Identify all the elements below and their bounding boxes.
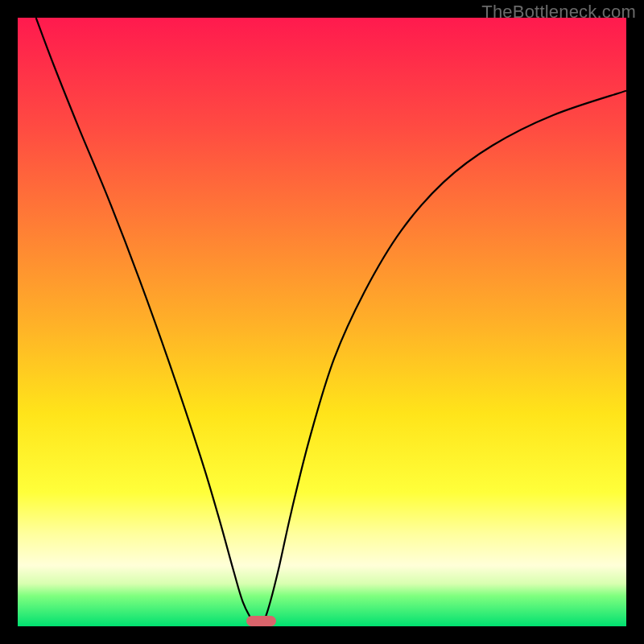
chart-plot-area [18, 18, 626, 626]
bottleneck-curve [18, 18, 626, 626]
watermark-text: TheBottleneck.com [481, 2, 636, 23]
bottleneck-marker [246, 616, 277, 626]
